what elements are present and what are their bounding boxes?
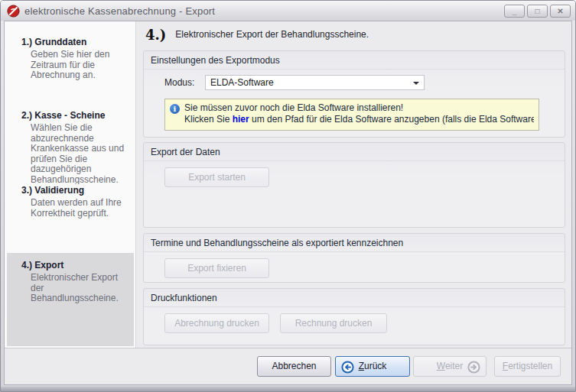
abbrechen-button[interactable]: Abbrechen (257, 356, 331, 377)
step-number: 2.) (21, 110, 32, 121)
group-export-data: Export der Daten Export starten (143, 142, 565, 228)
main-panel: 4.) Elektronischer Export der Behandlung… (137, 21, 571, 348)
group-mark-exported-title: Termine und Behandlungsscheine als expor… (144, 234, 565, 252)
export-mode-dropdown[interactable]: ELDA-Software (205, 75, 425, 90)
group-print-functions-title: Druckfunktionen (144, 289, 565, 307)
page-step-number: 4.) (145, 28, 166, 43)
wizard-window: elektronische Kassenabrechnung - Export … (0, 0, 576, 392)
window-bottom-frame (1, 387, 575, 391)
chevron-down-icon (413, 82, 419, 85)
step-number: 1.) (21, 37, 32, 47)
wizard-steps-sidebar: 1.) Grunddaten Geben Sie hier den Zeitra… (5, 21, 136, 348)
sidebar-step-kasse-scheine: 2.) Kasse - Scheine Wählen Sie die abzur… (12, 110, 132, 184)
export-fixieren-button[interactable]: Export fixieren (164, 258, 269, 278)
export-starten-button[interactable]: Export starten (164, 167, 269, 187)
wizard-footer: Abbrechen Zurück Weiter Fertigstellen (5, 348, 571, 384)
step-description: Daten werden auf Ihre Korrektheit geprüf… (31, 198, 130, 219)
group-export-data-title: Export der Daten (144, 143, 565, 161)
title-bar: elektronische Kassenabrechnung - Export … (1, 1, 575, 21)
step-title: Validierung (34, 185, 84, 196)
group-export-mode: Einstellungen des Exportmodus Modus: ELD… (143, 50, 565, 138)
step-title: Grunddaten (34, 37, 86, 47)
sidebar-step-validierung: 3.) Validierung Daten werden auf Ihre Ko… (12, 185, 132, 219)
export-mode-selected-value: ELDA-Software (210, 77, 274, 88)
info-icon: i (170, 104, 180, 114)
group-mark-exported: Termine und Behandlungsscheine als expor… (143, 233, 565, 283)
minimize-button[interactable]: _ (504, 5, 525, 18)
hier-link[interactable]: hier (233, 114, 249, 125)
group-export-mode-title: Einstellungen des Exportmodus (144, 51, 565, 70)
page-title: Elektronischer Export der Behandlungssch… (175, 28, 369, 40)
step-number: 3.) (21, 185, 32, 196)
maximize-button[interactable]: □ (527, 5, 548, 18)
step-title: Export (34, 260, 63, 271)
elda-install-notice: i Sie müssen zuvor noch die Elda Softwar… (164, 99, 539, 131)
step-description: Wählen Sie die abzurechnende Krankenkass… (31, 123, 130, 184)
zurueck-button[interactable]: Zurück (335, 356, 410, 377)
modus-label: Modus: (164, 77, 205, 88)
arrow-left-circle-icon (341, 361, 354, 374)
close-button[interactable]: ✕ (550, 5, 571, 18)
step-description: Elektronischer Export der Behandlungssch… (31, 273, 130, 304)
arrow-right-circle-icon (467, 361, 480, 374)
weiter-button[interactable]: Weiter (413, 356, 487, 377)
notice-line2: Klicken Sie hier um den Pfad für die Eld… (184, 114, 534, 125)
fertigstellen-button[interactable]: Fertigstellen (494, 356, 561, 377)
sidebar-step-grunddaten: 1.) Grunddaten Geben Sie hier den Zeitra… (12, 37, 132, 81)
rechnung-drucken-button[interactable]: Rechnung drucken (280, 313, 387, 333)
app-logo-icon (7, 5, 20, 18)
group-print-functions: Druckfunktionen Abrechnung drucken Rechn… (143, 288, 565, 345)
step-title: Kasse - Scheine (34, 110, 105, 121)
abrechnung-drucken-button[interactable]: Abrechnung drucken (164, 313, 269, 333)
window-title: elektronische Kassenabrechnung - Export (24, 5, 215, 17)
step-number: 4.) (21, 260, 32, 271)
notice-line1: Sie müssen zuvor noch die Elda Software … (184, 102, 534, 114)
page-header: 4.) Elektronischer Export der Behandlung… (145, 28, 565, 47)
content-area: 1.) Grunddaten Geben Sie hier den Zeitra… (4, 21, 572, 385)
sidebar-step-export-active: 4.) Export Elektronischer Export der Beh… (7, 253, 134, 346)
step-description: Geben Sie hier den Zeitraum für die Abre… (31, 50, 130, 81)
